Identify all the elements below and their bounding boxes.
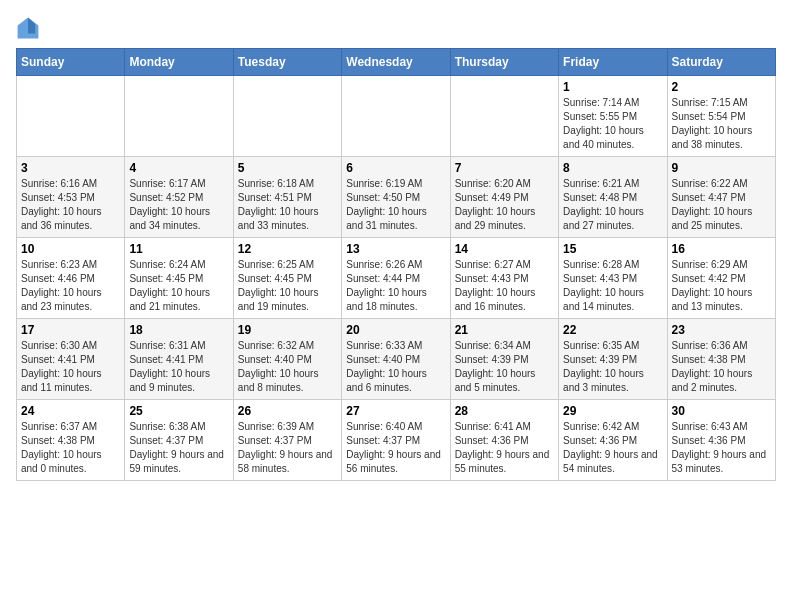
day-number: 1 xyxy=(563,80,662,94)
logo-icon xyxy=(16,16,40,40)
day-number: 7 xyxy=(455,161,554,175)
header-thursday: Thursday xyxy=(450,49,558,76)
day-info: Sunrise: 6:27 AM Sunset: 4:43 PM Dayligh… xyxy=(455,258,554,314)
calendar-cell xyxy=(342,76,450,157)
day-number: 6 xyxy=(346,161,445,175)
day-number: 23 xyxy=(672,323,771,337)
day-number: 16 xyxy=(672,242,771,256)
day-info: Sunrise: 6:32 AM Sunset: 4:40 PM Dayligh… xyxy=(238,339,337,395)
day-info: Sunrise: 6:31 AM Sunset: 4:41 PM Dayligh… xyxy=(129,339,228,395)
calendar-cell: 25Sunrise: 6:38 AM Sunset: 4:37 PM Dayli… xyxy=(125,400,233,481)
day-number: 19 xyxy=(238,323,337,337)
day-number: 12 xyxy=(238,242,337,256)
header-wednesday: Wednesday xyxy=(342,49,450,76)
calendar-cell: 11Sunrise: 6:24 AM Sunset: 4:45 PM Dayli… xyxy=(125,238,233,319)
calendar-week-5: 24Sunrise: 6:37 AM Sunset: 4:38 PM Dayli… xyxy=(17,400,776,481)
day-info: Sunrise: 6:42 AM Sunset: 4:36 PM Dayligh… xyxy=(563,420,662,476)
calendar-cell: 27Sunrise: 6:40 AM Sunset: 4:37 PM Dayli… xyxy=(342,400,450,481)
calendar-table: SundayMondayTuesdayWednesdayThursdayFrid… xyxy=(16,48,776,481)
calendar-cell: 14Sunrise: 6:27 AM Sunset: 4:43 PM Dayli… xyxy=(450,238,558,319)
calendar-cell: 22Sunrise: 6:35 AM Sunset: 4:39 PM Dayli… xyxy=(559,319,667,400)
day-info: Sunrise: 6:38 AM Sunset: 4:37 PM Dayligh… xyxy=(129,420,228,476)
day-number: 21 xyxy=(455,323,554,337)
day-number: 29 xyxy=(563,404,662,418)
day-info: Sunrise: 6:24 AM Sunset: 4:45 PM Dayligh… xyxy=(129,258,228,314)
day-info: Sunrise: 6:30 AM Sunset: 4:41 PM Dayligh… xyxy=(21,339,120,395)
svg-marker-1 xyxy=(28,18,35,34)
day-info: Sunrise: 6:19 AM Sunset: 4:50 PM Dayligh… xyxy=(346,177,445,233)
calendar-week-2: 3Sunrise: 6:16 AM Sunset: 4:53 PM Daylig… xyxy=(17,157,776,238)
day-info: Sunrise: 6:23 AM Sunset: 4:46 PM Dayligh… xyxy=(21,258,120,314)
day-number: 25 xyxy=(129,404,228,418)
calendar-cell: 4Sunrise: 6:17 AM Sunset: 4:52 PM Daylig… xyxy=(125,157,233,238)
calendar-cell: 24Sunrise: 6:37 AM Sunset: 4:38 PM Dayli… xyxy=(17,400,125,481)
day-info: Sunrise: 6:18 AM Sunset: 4:51 PM Dayligh… xyxy=(238,177,337,233)
calendar-cell: 3Sunrise: 6:16 AM Sunset: 4:53 PM Daylig… xyxy=(17,157,125,238)
calendar-week-3: 10Sunrise: 6:23 AM Sunset: 4:46 PM Dayli… xyxy=(17,238,776,319)
day-number: 10 xyxy=(21,242,120,256)
day-info: Sunrise: 6:41 AM Sunset: 4:36 PM Dayligh… xyxy=(455,420,554,476)
day-number: 4 xyxy=(129,161,228,175)
calendar-cell xyxy=(17,76,125,157)
calendar-cell: 17Sunrise: 6:30 AM Sunset: 4:41 PM Dayli… xyxy=(17,319,125,400)
day-number: 26 xyxy=(238,404,337,418)
day-info: Sunrise: 6:22 AM Sunset: 4:47 PM Dayligh… xyxy=(672,177,771,233)
day-info: Sunrise: 6:29 AM Sunset: 4:42 PM Dayligh… xyxy=(672,258,771,314)
day-info: Sunrise: 6:17 AM Sunset: 4:52 PM Dayligh… xyxy=(129,177,228,233)
day-info: Sunrise: 6:25 AM Sunset: 4:45 PM Dayligh… xyxy=(238,258,337,314)
calendar-week-4: 17Sunrise: 6:30 AM Sunset: 4:41 PM Dayli… xyxy=(17,319,776,400)
header-sunday: Sunday xyxy=(17,49,125,76)
calendar-cell: 21Sunrise: 6:34 AM Sunset: 4:39 PM Dayli… xyxy=(450,319,558,400)
day-number: 14 xyxy=(455,242,554,256)
calendar-cell: 5Sunrise: 6:18 AM Sunset: 4:51 PM Daylig… xyxy=(233,157,341,238)
day-number: 28 xyxy=(455,404,554,418)
day-info: Sunrise: 6:36 AM Sunset: 4:38 PM Dayligh… xyxy=(672,339,771,395)
calendar-cell: 10Sunrise: 6:23 AM Sunset: 4:46 PM Dayli… xyxy=(17,238,125,319)
header-friday: Friday xyxy=(559,49,667,76)
calendar-cell xyxy=(450,76,558,157)
day-number: 18 xyxy=(129,323,228,337)
day-number: 24 xyxy=(21,404,120,418)
day-number: 5 xyxy=(238,161,337,175)
calendar-cell: 12Sunrise: 6:25 AM Sunset: 4:45 PM Dayli… xyxy=(233,238,341,319)
day-info: Sunrise: 6:39 AM Sunset: 4:37 PM Dayligh… xyxy=(238,420,337,476)
day-number: 17 xyxy=(21,323,120,337)
calendar-cell: 19Sunrise: 6:32 AM Sunset: 4:40 PM Dayli… xyxy=(233,319,341,400)
day-number: 2 xyxy=(672,80,771,94)
header-tuesday: Tuesday xyxy=(233,49,341,76)
day-info: Sunrise: 6:35 AM Sunset: 4:39 PM Dayligh… xyxy=(563,339,662,395)
calendar-cell: 26Sunrise: 6:39 AM Sunset: 4:37 PM Dayli… xyxy=(233,400,341,481)
day-info: Sunrise: 6:20 AM Sunset: 4:49 PM Dayligh… xyxy=(455,177,554,233)
calendar-cell: 23Sunrise: 6:36 AM Sunset: 4:38 PM Dayli… xyxy=(667,319,775,400)
header-saturday: Saturday xyxy=(667,49,775,76)
day-number: 3 xyxy=(21,161,120,175)
day-info: Sunrise: 6:16 AM Sunset: 4:53 PM Dayligh… xyxy=(21,177,120,233)
day-number: 15 xyxy=(563,242,662,256)
day-info: Sunrise: 6:37 AM Sunset: 4:38 PM Dayligh… xyxy=(21,420,120,476)
calendar-cell xyxy=(233,76,341,157)
day-info: Sunrise: 6:40 AM Sunset: 4:37 PM Dayligh… xyxy=(346,420,445,476)
day-number: 30 xyxy=(672,404,771,418)
calendar-cell: 15Sunrise: 6:28 AM Sunset: 4:43 PM Dayli… xyxy=(559,238,667,319)
calendar-cell: 2Sunrise: 7:15 AM Sunset: 5:54 PM Daylig… xyxy=(667,76,775,157)
calendar-header-row: SundayMondayTuesdayWednesdayThursdayFrid… xyxy=(17,49,776,76)
day-info: Sunrise: 6:34 AM Sunset: 4:39 PM Dayligh… xyxy=(455,339,554,395)
page-header xyxy=(16,16,776,40)
calendar-week-1: 1Sunrise: 7:14 AM Sunset: 5:55 PM Daylig… xyxy=(17,76,776,157)
day-info: Sunrise: 6:26 AM Sunset: 4:44 PM Dayligh… xyxy=(346,258,445,314)
calendar-cell: 28Sunrise: 6:41 AM Sunset: 4:36 PM Dayli… xyxy=(450,400,558,481)
calendar-cell: 6Sunrise: 6:19 AM Sunset: 4:50 PM Daylig… xyxy=(342,157,450,238)
calendar-cell: 30Sunrise: 6:43 AM Sunset: 4:36 PM Dayli… xyxy=(667,400,775,481)
calendar-cell: 20Sunrise: 6:33 AM Sunset: 4:40 PM Dayli… xyxy=(342,319,450,400)
day-number: 13 xyxy=(346,242,445,256)
header-monday: Monday xyxy=(125,49,233,76)
day-number: 9 xyxy=(672,161,771,175)
calendar-cell: 18Sunrise: 6:31 AM Sunset: 4:41 PM Dayli… xyxy=(125,319,233,400)
day-info: Sunrise: 7:15 AM Sunset: 5:54 PM Dayligh… xyxy=(672,96,771,152)
day-info: Sunrise: 6:33 AM Sunset: 4:40 PM Dayligh… xyxy=(346,339,445,395)
day-number: 11 xyxy=(129,242,228,256)
calendar-cell: 16Sunrise: 6:29 AM Sunset: 4:42 PM Dayli… xyxy=(667,238,775,319)
day-number: 20 xyxy=(346,323,445,337)
day-info: Sunrise: 6:21 AM Sunset: 4:48 PM Dayligh… xyxy=(563,177,662,233)
calendar-cell: 1Sunrise: 7:14 AM Sunset: 5:55 PM Daylig… xyxy=(559,76,667,157)
